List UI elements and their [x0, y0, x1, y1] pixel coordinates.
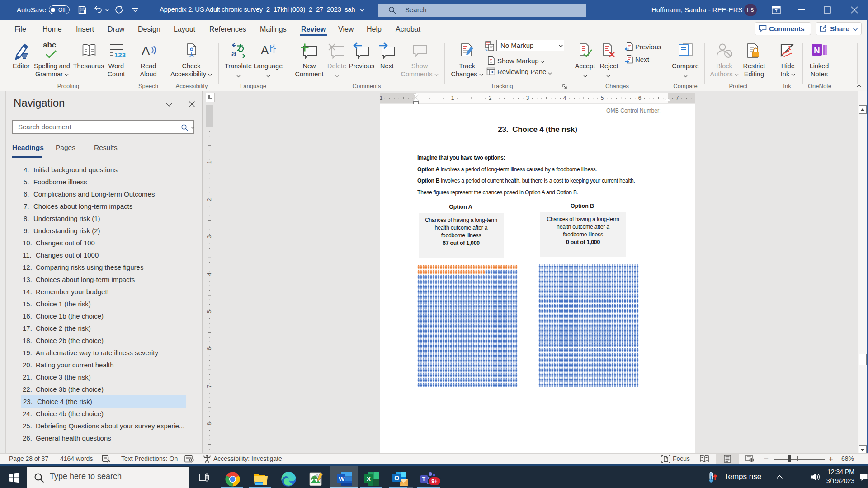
svg-text:X: X — [367, 475, 371, 483]
svg-text:1: 1 — [451, 95, 454, 101]
svg-text:7: 7 — [676, 95, 679, 101]
svg-text:8: 8 — [206, 422, 212, 425]
svg-text:5: 5 — [601, 95, 604, 101]
svg-text:6: 6 — [206, 347, 212, 350]
svg-text:A: A — [142, 44, 150, 58]
svg-text:123: 123 — [114, 51, 126, 58]
svg-text:N: N — [814, 46, 820, 55]
svg-text:4: 4 — [563, 95, 566, 101]
svg-text:3: 3 — [206, 235, 212, 238]
svg-text:T: T — [422, 476, 426, 483]
svg-text:6: 6 — [638, 95, 642, 101]
svg-text:4: 4 — [206, 272, 212, 276]
svg-text:1: 1 — [380, 95, 383, 101]
svg-text:W: W — [339, 475, 345, 483]
svg-text:O: O — [394, 474, 399, 482]
svg-text:7: 7 — [206, 385, 212, 388]
svg-text:2: 2 — [206, 198, 212, 201]
svg-text:2: 2 — [489, 95, 492, 101]
svg-text:1: 1 — [206, 160, 212, 164]
svg-text:5: 5 — [206, 310, 212, 313]
svg-text:a: a — [231, 48, 237, 58]
svg-text:3: 3 — [526, 95, 529, 101]
svg-text:A: A — [261, 43, 269, 57]
